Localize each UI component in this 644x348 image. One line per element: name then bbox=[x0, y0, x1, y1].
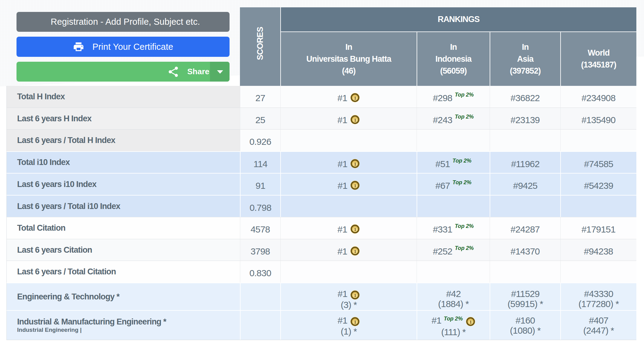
svg-text:1: 1 bbox=[354, 248, 356, 254]
svg-text:1: 1 bbox=[354, 183, 356, 188]
svg-text:1: 1 bbox=[354, 319, 356, 324]
svg-text:1: 1 bbox=[354, 293, 356, 298]
svg-text:1: 1 bbox=[469, 319, 472, 324]
svg-text:1: 1 bbox=[354, 226, 356, 232]
svg-text:1: 1 bbox=[354, 161, 356, 166]
svg-text:1: 1 bbox=[354, 95, 356, 100]
svg-text:1: 1 bbox=[354, 117, 356, 122]
